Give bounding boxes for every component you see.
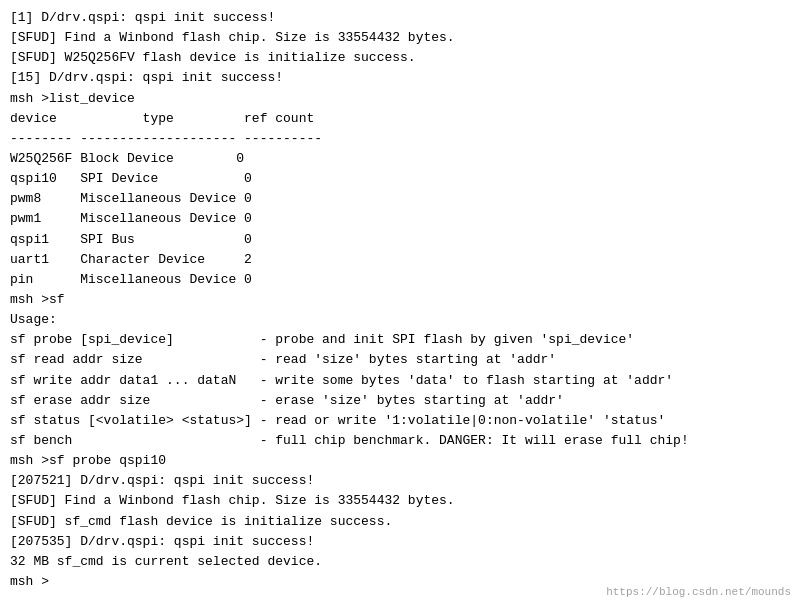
- terminal-line-29: 32 MB sf_cmd is current selected device.: [10, 552, 789, 572]
- terminal-line-13: uart1 Character Device 2: [10, 250, 789, 270]
- terminal-line-25: [207521] D/drv.qspi: qspi init success!: [10, 471, 789, 491]
- terminal-line-14: pin Miscellaneous Device 0: [10, 270, 789, 290]
- terminal-line-15: msh >sf: [10, 290, 789, 310]
- terminal-line-10: pwm8 Miscellaneous Device 0: [10, 189, 789, 209]
- terminal-line-18: sf read addr size - read 'size' bytes st…: [10, 350, 789, 370]
- terminal-line-7: -------- -------------------- ----------: [10, 129, 789, 149]
- terminal-line-6: device type ref count: [10, 109, 789, 129]
- terminal-line-12: qspi1 SPI Bus 0: [10, 230, 789, 250]
- terminal-line-20: sf erase addr size - erase 'size' bytes …: [10, 391, 789, 411]
- terminal-line-21: sf status [<volatile> <status>] - read o…: [10, 411, 789, 431]
- terminal-line-4: [15] D/drv.qspi: qspi init success!: [10, 68, 789, 88]
- terminal-line-8: W25Q256F Block Device 0: [10, 149, 789, 169]
- watermark: https://blog.csdn.net/mounds: [606, 586, 791, 598]
- terminal-line-24: msh >sf probe qspi10: [10, 451, 789, 471]
- terminal-line-2: [SFUD] Find a Winbond flash chip. Size i…: [10, 28, 789, 48]
- terminal: [1] D/drv.qspi: qspi init success![SFUD]…: [0, 0, 799, 606]
- terminal-line-3: [SFUD] W25Q256FV flash device is initial…: [10, 48, 789, 68]
- terminal-line-9: qspi10 SPI Device 0: [10, 169, 789, 189]
- terminal-line-22: sf bench - full chip benchmark. DANGER: …: [10, 431, 789, 451]
- terminal-line-19: sf write addr data1 ... dataN - write so…: [10, 371, 789, 391]
- terminal-line-5: msh >list_device: [10, 89, 789, 109]
- terminal-line-26: [SFUD] Find a Winbond flash chip. Size i…: [10, 491, 789, 511]
- terminal-line-28: [207535] D/drv.qspi: qspi init success!: [10, 532, 789, 552]
- terminal-line-27: [SFUD] sf_cmd flash device is initialize…: [10, 512, 789, 532]
- terminal-line-17: sf probe [spi_device] - probe and init S…: [10, 330, 789, 350]
- terminal-line-16: Usage:: [10, 310, 789, 330]
- terminal-line-1: [1] D/drv.qspi: qspi init success!: [10, 8, 789, 28]
- terminal-line-11: pwm1 Miscellaneous Device 0: [10, 209, 789, 229]
